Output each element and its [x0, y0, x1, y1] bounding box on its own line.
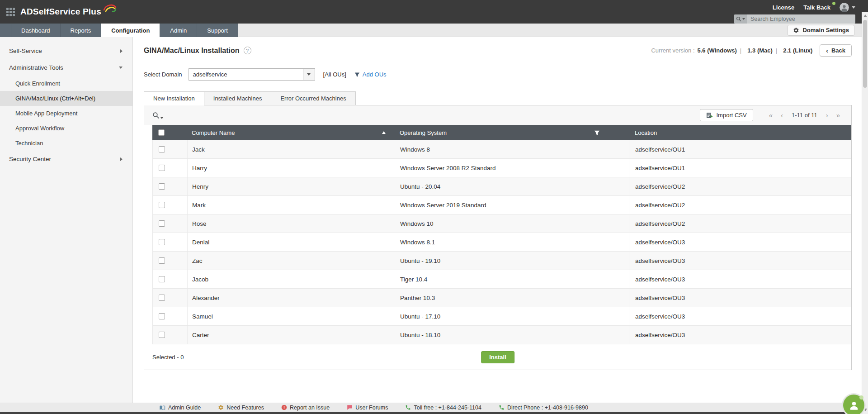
employee-search-input[interactable] [747, 16, 855, 22]
table-row[interactable]: Carter Ubuntu - 18.10 adselfservice/OU3 [152, 326, 851, 344]
row-checkbox[interactable] [159, 239, 165, 245]
header-computer-name[interactable]: Computer Name [187, 125, 394, 140]
table-row[interactable]: Samuel Ubuntu - 17.10 adselfservice/OU3 [152, 307, 851, 326]
sidebar-item-administrative-tools[interactable]: Administrative Tools [0, 59, 132, 76]
back-button[interactable]: ‹ Back [820, 44, 852, 57]
table-row[interactable]: Jacob Tiger 10.4 adselfservice/OU3 [152, 270, 851, 289]
tab-new-installation[interactable]: New Installation [144, 91, 204, 105]
direct-phone-label: Direct Phone : +1-408-916-9890 [507, 404, 588, 411]
row-checkbox[interactable] [159, 183, 165, 190]
row-checkbox[interactable] [159, 295, 165, 301]
filter-funnel-icon[interactable] [594, 130, 600, 136]
domain-select[interactable]: adselfservice [189, 68, 315, 81]
app-logo[interactable]: ADSelfService Plus [20, 7, 115, 17]
table-row[interactable]: Zac Ubuntu - 19.10 adselfservice/OU3 [152, 252, 851, 270]
help-icon[interactable]: ? [244, 47, 251, 54]
add-ous-label: Add OUs [363, 71, 387, 78]
page-header: GINA/Mac/Linux Installation ? Current ve… [144, 44, 852, 57]
user-avatar[interactable] [840, 3, 849, 12]
tab-error-occurred-machines[interactable]: Error Occurred Machines [271, 91, 355, 105]
row-checkbox-cell [153, 307, 188, 325]
domain-select-caret[interactable] [303, 69, 315, 80]
row-checkbox[interactable] [159, 220, 165, 227]
table-row[interactable]: Rose Windows 10 adselfservice/OU2 [152, 214, 851, 233]
user-forums-link[interactable]: User Forums [347, 404, 388, 411]
computer-name-cell: Carter [188, 326, 394, 344]
employee-search [734, 14, 855, 24]
nav-tab-support[interactable]: Support [197, 24, 238, 37]
vertical-scrollbar[interactable] [862, 12, 868, 414]
header-operating-system[interactable]: Operating System [394, 125, 629, 140]
operating-system-cell: Tiger 10.4 [394, 270, 629, 288]
search-scope-button[interactable] [734, 14, 747, 24]
next-page-icon[interactable]: › [822, 112, 832, 119]
row-checkbox[interactable] [159, 313, 165, 319]
select-all-checkbox[interactable] [158, 129, 165, 136]
table-row[interactable]: Henry Ubuntu - 20.04 adselfservice/OU2 [152, 177, 851, 196]
add-ous-link[interactable]: Add OUs [354, 71, 387, 78]
sidebar-item-quick-enrollment[interactable]: Quick Enrollment [0, 76, 132, 91]
domain-settings-label: Domain Settings [802, 27, 849, 33]
report-issue-link[interactable]: Report an Issue [281, 404, 330, 411]
operating-system-cell: Ubuntu - 20.04 [394, 177, 629, 195]
sidebar-item-approval-workflow[interactable]: Approval Workflow [0, 121, 132, 136]
location-cell: adselfservice/OU2 [629, 214, 851, 233]
support-chat-button[interactable] [843, 395, 864, 414]
previous-page-icon[interactable]: ‹ [777, 112, 787, 119]
domain-settings-button[interactable]: Domain Settings [788, 25, 854, 36]
sidebar-item-self-service[interactable]: Self-Service [0, 43, 132, 59]
last-page-icon[interactable]: » [832, 112, 844, 119]
tab-installed-machines[interactable]: Installed Machines [204, 91, 272, 105]
scroll-down-icon[interactable] [863, 409, 867, 411]
need-features-link[interactable]: Need Features [218, 404, 264, 411]
nav-tab-reports[interactable]: Reports [61, 24, 102, 37]
version-windows: 5.6 (Windows) [698, 47, 737, 54]
user-menu-caret-icon[interactable] [852, 6, 855, 9]
table-row[interactable]: Mark Windows Server 2019 Standard adself… [152, 196, 851, 214]
table-row[interactable]: Alexander Panther 10.3 adselfservice/OU3 [152, 289, 851, 307]
nav-tab-dashboard[interactable]: Dashboard [11, 24, 61, 37]
select-domain-label: Select Domain [144, 71, 182, 78]
header-location[interactable]: Location [629, 125, 851, 140]
row-checkbox[interactable] [159, 165, 165, 171]
row-checkbox[interactable] [159, 276, 165, 282]
direct-phone[interactable]: Direct Phone : +1-408-916-9890 [499, 404, 588, 411]
table-header: Computer Name Operating System Location [152, 125, 851, 140]
user-menu[interactable] [840, 3, 855, 12]
sidebar-item-technician[interactable]: Technician [0, 136, 132, 151]
table-row[interactable]: Denial Windows 8.1 adselfservice/OU3 [152, 233, 851, 252]
search-icon [736, 16, 741, 22]
row-checkbox[interactable] [159, 202, 165, 208]
sidebar-item-label: Self-Service [9, 48, 42, 54]
row-checkbox[interactable] [159, 332, 165, 338]
admin-guide-label: Admin Guide [168, 404, 201, 411]
row-checkbox-cell [153, 252, 188, 270]
import-csv-button[interactable]: Import CSV [700, 109, 753, 121]
sidebar-item-mobile-app-deployment[interactable]: Mobile App Deployment [0, 106, 132, 121]
table-row[interactable]: Harry Windows Server 2008 R2 Standard ad… [152, 159, 851, 177]
row-checkbox[interactable] [159, 257, 165, 264]
admin-guide-link[interactable]: Admin Guide [159, 404, 201, 411]
apps-grid-icon[interactable] [6, 8, 15, 16]
table-row[interactable]: Jack Windows 8 adselfservice/OU1 [152, 140, 851, 159]
first-page-icon[interactable]: « [765, 112, 777, 119]
license-link[interactable]: License [773, 4, 794, 11]
computer-name-cell: Jack [188, 140, 394, 158]
sidebar-item-gina-mac-linux[interactable]: GINA/Mac/Linux (Ctrl+Alt+Del) [0, 91, 132, 106]
table-search-button[interactable] [152, 112, 163, 119]
toolbar-right: Import CSV « ‹ 1-11 of 11 › » [700, 109, 844, 121]
scroll-up-icon[interactable] [863, 14, 867, 17]
installation-tabs: New Installation Installed Machines Erro… [144, 91, 852, 105]
toll-free-phone[interactable]: Toll free : +1-844-245-1104 [405, 404, 481, 411]
filter-funnel-icon [354, 72, 360, 77]
computer-name-cell: Samuel [188, 307, 394, 325]
talkback-link[interactable]: Talk Back [803, 4, 830, 11]
nav-tab-configuration[interactable]: Configuration [101, 24, 160, 37]
sort-ascending-icon[interactable] [382, 131, 386, 134]
install-button[interactable]: Install [481, 351, 514, 363]
scrollbar-thumb[interactable] [863, 20, 867, 88]
nav-tab-admin[interactable]: Admin [160, 24, 197, 37]
sidebar-item-security-center[interactable]: Security Center [0, 151, 132, 167]
sidebar-item-label: Technician [15, 140, 43, 147]
row-checkbox[interactable] [159, 146, 165, 152]
